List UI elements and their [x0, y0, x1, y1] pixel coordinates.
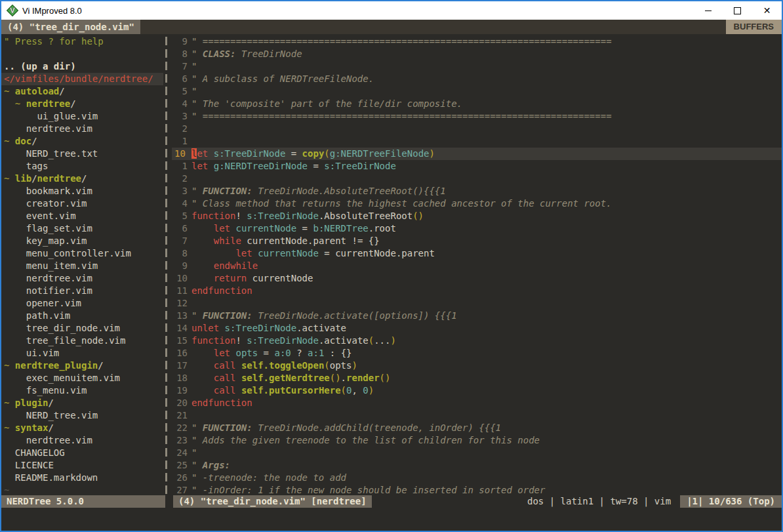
code-line[interactable]: 8" CLASS: TreeDirNode	[172, 48, 782, 60]
close-button[interactable]: ✕	[752, 1, 782, 20]
tree-line[interactable]: fs_menu.vim	[1, 384, 163, 397]
code-line[interactable]: 4" The 'composite' part of the file/dir …	[172, 98, 782, 110]
tree-line[interactable]: path.vim	[1, 310, 163, 322]
code-line[interactable]: 15function! s:TreeDirNode.activate(...)	[172, 335, 782, 347]
line-number: 4	[172, 197, 191, 210]
tree-line[interactable]: ui_glue.vim	[1, 110, 163, 123]
line-number: 17	[172, 359, 191, 372]
code-line[interactable]: 10let s:TreeDirNode = copy(g:NERDTreeFil…	[172, 148, 782, 160]
tree-line[interactable]: tags	[1, 160, 163, 173]
tree-line[interactable]: key_map.vim	[1, 235, 163, 247]
code-line[interactable]: 6 let currentNode = b:NERDTree.root	[172, 222, 782, 235]
code-line[interactable]: 9" =====================================…	[172, 35, 782, 48]
code-line[interactable]: 1	[172, 135, 782, 148]
code-line[interactable]: 3" =====================================…	[172, 110, 782, 123]
code-line[interactable]: 21	[172, 409, 782, 422]
code-line[interactable]: 12	[172, 297, 782, 310]
code-line[interactable]: 18 call self.getNerdtree().render()	[172, 372, 782, 384]
buffers-label: BUFFERS	[726, 20, 782, 34]
command-line	[1, 508, 782, 531]
tree-line[interactable]: notifier.vim	[1, 285, 163, 297]
tree-line[interactable]: ~ nerdtree_plugin/	[1, 359, 163, 372]
maximize-icon	[734, 7, 741, 14]
line-number: 25	[172, 459, 191, 472]
tree-line[interactable]: ~	[1, 484, 163, 495]
code-line[interactable]: 22" FUNCTION: TreeDirNode.addChild(treen…	[172, 422, 782, 434]
line-number: 4	[172, 98, 191, 110]
tree-line[interactable]: CHANGELOG	[1, 447, 163, 459]
line-number: 19	[172, 384, 191, 397]
code-line[interactable]: 9 endwhile	[172, 260, 782, 272]
code-line[interactable]: 24"	[172, 447, 782, 459]
window-separator[interactable]	[163, 34, 172, 495]
line-number: 22	[172, 422, 191, 434]
tree-line[interactable]: ~ autoload/	[1, 85, 163, 98]
tree-line[interactable]: menu_controller.vim	[1, 247, 163, 260]
code-line[interactable]: 19 call self.putCursorHere(0, 0)	[172, 384, 782, 397]
tree-line[interactable]: ~ syntax/	[1, 422, 163, 434]
tree-line[interactable]: .. (up a dir)	[1, 60, 163, 73]
code-line[interactable]: 2	[172, 173, 782, 185]
tree-line[interactable]: </vimfiles/bundle/nerdtree/	[1, 73, 163, 85]
code-line[interactable]: 7"	[172, 60, 782, 73]
tree-line[interactable]: tree_file_node.vim	[1, 335, 163, 347]
tree-line[interactable]: README.markdown	[1, 472, 163, 484]
code-line[interactable]: 25" Args:	[172, 459, 782, 472]
code-line[interactable]: 1let g:NERDTreeDirNode = s:TreeDirNode	[172, 160, 782, 173]
tree-line[interactable]: tree_dir_node.vim	[1, 322, 163, 335]
app-window: Vi IMproved 8.0 ✕ (4) "tree_dir_node.vim…	[0, 0, 783, 532]
code-line[interactable]: 23" Adds the given treenode to the list …	[172, 434, 782, 447]
code-line[interactable]: 14unlet s:TreeDirNode.activate	[172, 322, 782, 335]
tree-line[interactable]: nerdtree.vim	[1, 272, 163, 285]
code-line[interactable]: 11endfunction	[172, 285, 782, 297]
line-number: 3	[172, 110, 191, 123]
line-number: 23	[172, 434, 191, 447]
tree-line[interactable]: flag_set.vim	[1, 222, 163, 235]
tree-line[interactable]: NERD_tree.vim	[1, 409, 163, 422]
code-line[interactable]: 17 call self.toggleOpen(opts)	[172, 359, 782, 372]
editor-area: " Press ? for help.. (up a dir)</vimfile…	[1, 34, 782, 495]
code-line[interactable]: 26" -treenode: the node to add	[172, 472, 782, 484]
statusline-file: (4) "tree_dir_node.vim" [nerdtree]	[173, 495, 372, 508]
code-line[interactable]: 10 return currentNode	[172, 272, 782, 285]
tree-line[interactable]: bookmark.vim	[1, 185, 163, 197]
tree-line[interactable]: menu_item.vim	[1, 260, 163, 272]
tree-line[interactable]: creator.vim	[1, 197, 163, 210]
tree-line[interactable]: LICENCE	[1, 459, 163, 472]
tree-line[interactable]	[1, 48, 163, 60]
tree-line[interactable]: nerdtree.vim	[1, 434, 163, 447]
code-line[interactable]: 5function! s:TreeDirNode.AbsoluteTreeRoo…	[172, 210, 782, 222]
code-line[interactable]: 2	[172, 123, 782, 135]
tree-line[interactable]: nerdtree.vim	[1, 123, 163, 135]
code-line[interactable]: 4" Class method that returns the highest…	[172, 197, 782, 210]
code-line[interactable]: 16 let opts = a:0 ? a:1 : {}	[172, 347, 782, 359]
tree-line[interactable]: ~ nerdtree/	[1, 98, 163, 110]
code-line[interactable]: 3" FUNCTION: TreeDirNode.AbsoluteTreeRoo…	[172, 185, 782, 197]
tree-line[interactable]: ~ plugin/	[1, 397, 163, 409]
tree-line[interactable]: event.vim	[1, 210, 163, 222]
maximize-button[interactable]	[723, 1, 752, 20]
tab-current[interactable]: (4) "tree_dir_node.vim"	[1, 20, 140, 34]
tree-line[interactable]: ~ lib/nerdtree/	[1, 173, 163, 185]
code-line[interactable]: 6" A subclass of NERDTreeFileNode.	[172, 73, 782, 85]
code-line[interactable]: 27" -inOrder: 1 if the new node should b…	[172, 484, 782, 495]
tree-line[interactable]: exec_menuitem.vim	[1, 372, 163, 384]
code-line[interactable]: 20endfunction	[172, 397, 782, 409]
tree-line[interactable]: NERD_tree.txt	[1, 148, 163, 160]
titlebar[interactable]: Vi IMproved 8.0 ✕	[1, 1, 782, 20]
code-line[interactable]: 8 let currentNode = currentNode.parent	[172, 247, 782, 260]
tree-line[interactable]: ~ doc/	[1, 135, 163, 148]
statusline-fileinfo: dos | latin1 | tw=78 | vim	[527, 495, 680, 508]
tree-line[interactable]: " Press ? for help	[1, 35, 163, 48]
code-line[interactable]: 5"	[172, 85, 782, 98]
tree-line[interactable]: opener.vim	[1, 297, 163, 310]
minimize-button[interactable]	[693, 1, 723, 20]
line-number: 5	[172, 210, 191, 222]
tree-line[interactable]: ui.vim	[1, 347, 163, 359]
line-number: 15	[172, 335, 191, 347]
line-number: 7	[172, 235, 191, 247]
code-line[interactable]: 13" FUNCTION: TreeDirNode.activate([opti…	[172, 310, 782, 322]
line-number: 13	[172, 310, 191, 322]
code-line[interactable]: 7 while currentNode.parent != {}	[172, 235, 782, 247]
line-number: 10	[172, 272, 191, 285]
